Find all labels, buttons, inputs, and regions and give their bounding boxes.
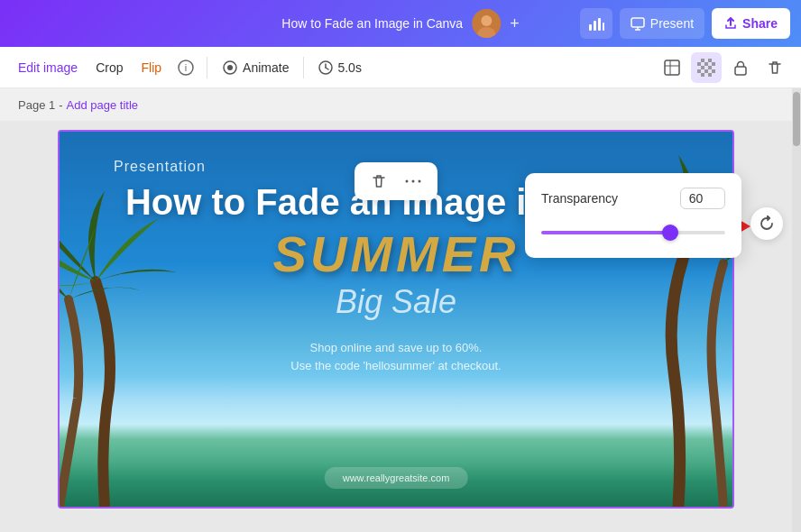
animate-icon <box>222 60 238 76</box>
checker-icon <box>697 59 715 77</box>
float-delete-icon <box>371 173 387 189</box>
subtext-line1: Shop online and save up to 60%. <box>290 339 501 357</box>
svg-rect-6 <box>603 23 604 31</box>
divider-2 <box>303 57 304 78</box>
big-sale-label: Big Sale <box>336 283 456 321</box>
transparency-popup: Transparency <box>525 173 741 258</box>
add-page-title-button[interactable]: Add page title <box>67 98 139 112</box>
add-to-team-button[interactable]: + <box>510 14 520 33</box>
transparency-input[interactable] <box>680 188 725 209</box>
animate-label: Animate <box>243 60 289 75</box>
refresh-icon <box>759 216 775 232</box>
svg-line-16 <box>326 68 328 69</box>
transparency-header: Transparency <box>541 188 725 209</box>
edit-image-button[interactable]: Edit image <box>11 52 85 83</box>
duration-button[interactable]: 5.0s <box>311 52 368 83</box>
float-delete-button[interactable] <box>365 168 392 195</box>
crop-label: Crop <box>96 60 123 75</box>
svg-point-20 <box>412 180 415 183</box>
slide-subtext: Shop online and save up to 60%. Use the … <box>290 339 501 374</box>
nav-right: Present Share <box>580 8 790 39</box>
slider-thumb[interactable] <box>662 225 678 241</box>
canvas-scroll: Transparency <box>0 121 792 532</box>
animate-button[interactable]: Animate <box>215 52 296 83</box>
toolbar-right <box>657 52 790 83</box>
svg-rect-4 <box>594 21 596 31</box>
edit-image-label: Edit image <box>18 60 78 75</box>
flip-label: Flip <box>142 60 162 75</box>
svg-point-1 <box>481 15 492 26</box>
float-toolbar <box>354 162 437 200</box>
chart-icon <box>588 15 604 32</box>
divider-1 <box>207 57 207 78</box>
mask-button[interactable] <box>657 52 687 83</box>
svg-rect-18 <box>735 67 746 75</box>
lock-icon <box>732 60 749 76</box>
svg-rect-17 <box>665 60 679 75</box>
svg-rect-5 <box>598 18 601 31</box>
crop-button[interactable]: Crop <box>88 52 130 83</box>
avatar[interactable] <box>472 9 501 38</box>
share-icon <box>724 17 737 30</box>
canvas-main: Page 1 - Add page title <box>0 88 792 532</box>
slide-website: www.reallygreatsite.com <box>325 467 468 489</box>
clock-icon <box>318 60 333 75</box>
more-icon <box>405 179 421 183</box>
page-number: Page 1 <box>18 98 55 112</box>
delete-button[interactable] <box>760 52 790 83</box>
svg-point-13 <box>227 65 233 70</box>
nav-center: How to Fade an Image in Canva + <box>281 9 519 38</box>
present-icon <box>631 16 645 31</box>
share-label: Share <box>742 16 778 31</box>
scrollbar[interactable] <box>792 88 801 532</box>
delete-icon <box>767 60 783 76</box>
separator: - <box>59 98 62 112</box>
duration-label: 5.0s <box>337 60 361 75</box>
refresh-button[interactable] <box>750 207 783 240</box>
info-button[interactable]: i <box>172 52 199 83</box>
transparency-button[interactable] <box>691 52 722 83</box>
subtext-line2: Use the code 'hellosummer' at checkout. <box>290 357 501 375</box>
toolbar: Edit image Crop Flip i Animate 5.0s <box>0 47 801 88</box>
svg-rect-7 <box>631 18 644 27</box>
svg-point-21 <box>419 180 421 183</box>
slider-track <box>541 231 725 234</box>
document-title: How to Fade an Image in Canva <box>281 16 463 31</box>
analytics-button[interactable] <box>580 8 612 39</box>
float-more-button[interactable] <box>400 168 427 195</box>
present-label: Present <box>650 16 694 31</box>
page-title-bar: Page 1 - Add page title <box>0 88 792 121</box>
mask-icon <box>663 59 681 77</box>
scrollbar-thumb[interactable] <box>793 92 800 146</box>
present-button[interactable]: Present <box>620 8 704 39</box>
top-nav: How to Fade an Image in Canva + <box>0 0 801 47</box>
presentation-label: Presentation <box>114 159 206 175</box>
avatar-image <box>472 9 501 38</box>
summer-label: SUMMER <box>273 229 520 280</box>
svg-text:i: i <box>185 62 187 73</box>
slider-container <box>541 222 725 243</box>
svg-point-19 <box>406 180 409 183</box>
flip-button[interactable]: Flip <box>134 52 170 83</box>
share-button[interactable]: Share <box>712 8 790 39</box>
lock-button[interactable] <box>725 52 756 83</box>
svg-rect-3 <box>589 24 592 31</box>
transparency-label: Transparency <box>541 191 618 206</box>
info-icon: i <box>178 60 194 76</box>
canvas-area: Page 1 - Add page title <box>0 88 801 532</box>
